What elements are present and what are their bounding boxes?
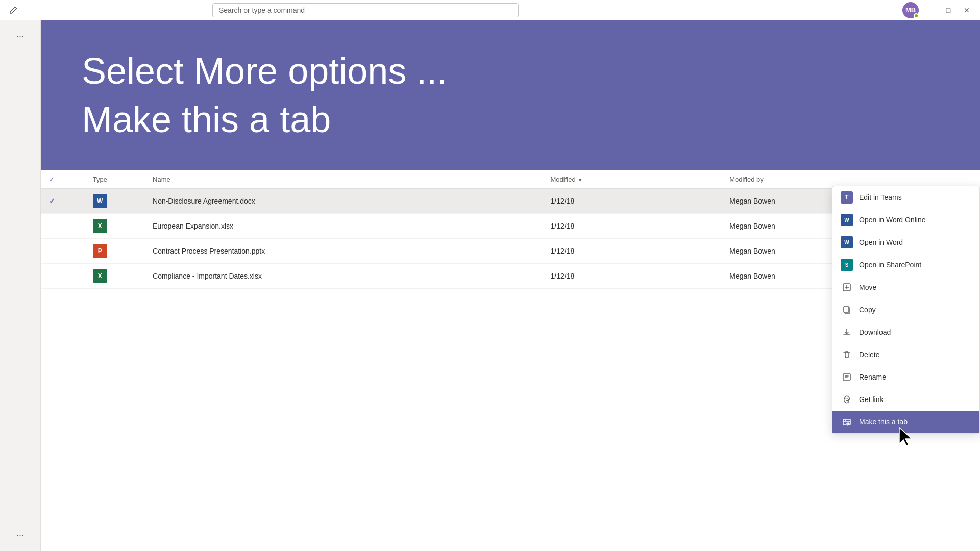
close-button[interactable]: ✕ bbox=[960, 3, 974, 17]
main-container: ··· ··· Select More options ... Make thi… bbox=[0, 20, 980, 551]
cell-type: X bbox=[85, 214, 144, 239]
title-bar: Search or type a command MB — □ ✕ bbox=[0, 0, 980, 20]
ppt-file-icon: P bbox=[93, 244, 107, 258]
sidebar: ··· ··· bbox=[0, 20, 41, 551]
content-area: Select More options ... Make this a tab … bbox=[41, 20, 980, 551]
avatar[interactable]: MB bbox=[902, 2, 919, 18]
menu-item-label: Rename bbox=[859, 373, 886, 381]
menu-item-move[interactable]: Move bbox=[832, 276, 979, 298]
link-icon bbox=[841, 393, 853, 406]
cell-name[interactable]: European Expansion.xlsx bbox=[144, 214, 543, 239]
search-placeholder: Search or type a command bbox=[219, 6, 305, 14]
menu-item-label: Delete bbox=[859, 350, 879, 359]
cell-type: P bbox=[85, 239, 144, 264]
banner-line1: Select More options ... bbox=[82, 51, 939, 91]
excel-file-icon: X bbox=[93, 219, 107, 233]
files-section: ✓ Type Name Modified▼ Modified by ✓ W No… bbox=[41, 170, 980, 551]
col-type: Type bbox=[85, 170, 144, 189]
title-bar-controls: MB — □ ✕ bbox=[902, 2, 974, 18]
menu-item-label: Copy bbox=[859, 306, 876, 314]
header-check-icon: ✓ bbox=[49, 176, 55, 183]
svg-rect-2 bbox=[844, 307, 849, 312]
svg-rect-3 bbox=[843, 374, 850, 380]
cell-name[interactable]: Contract Process Presentation.pptx bbox=[144, 239, 543, 264]
modified-label: Modified bbox=[551, 176, 576, 183]
cell-check bbox=[41, 214, 85, 239]
menu-item-make-this-a-tab[interactable]: Make this a tab bbox=[832, 411, 979, 433]
cell-check bbox=[41, 264, 85, 289]
minimize-button[interactable]: — bbox=[923, 3, 937, 17]
cell-name[interactable]: Compliance - Important Dates.xlsx bbox=[144, 264, 543, 289]
sharepoint-icon: S bbox=[841, 259, 853, 271]
menu-item-edit-in-teams[interactable]: TEdit in Teams bbox=[832, 186, 979, 209]
cell-type: X bbox=[85, 264, 144, 289]
col-modified[interactable]: Modified▼ bbox=[543, 170, 722, 189]
cell-modified: 1/12/18 bbox=[543, 189, 722, 214]
rename-icon bbox=[841, 371, 853, 383]
download-icon bbox=[841, 326, 853, 338]
excel-file-icon: X bbox=[93, 269, 107, 283]
move-icon bbox=[841, 281, 853, 293]
sidebar-more-options-top[interactable]: ··· bbox=[16, 24, 24, 47]
menu-item-label: Open in Word Online bbox=[859, 216, 925, 224]
menu-item-rename[interactable]: Rename bbox=[832, 366, 979, 388]
menu-item-open-in-sharepoint[interactable]: SOpen in SharePoint bbox=[832, 254, 979, 276]
context-menu: TEdit in TeamsWOpen in Word OnlineWOpen … bbox=[832, 186, 980, 434]
menu-item-label: Download bbox=[859, 328, 891, 336]
menu-item-get-link[interactable]: Get link bbox=[832, 388, 979, 411]
maximize-button[interactable]: □ bbox=[941, 3, 955, 17]
word-icon: W bbox=[841, 214, 853, 226]
col-check: ✓ bbox=[41, 170, 85, 189]
row-checkmark: ✓ bbox=[49, 197, 55, 205]
delete-icon bbox=[841, 348, 853, 361]
menu-item-label: Move bbox=[859, 283, 876, 291]
menu-item-label: Get link bbox=[859, 395, 883, 404]
menu-item-download[interactable]: Download bbox=[832, 321, 979, 343]
banner-line2: Make this a tab bbox=[82, 99, 939, 140]
menu-item-label: Open in Word bbox=[859, 238, 903, 246]
banner: Select More options ... Make this a tab bbox=[41, 20, 980, 170]
menu-item-label: Edit in Teams bbox=[859, 193, 902, 202]
word-icon: W bbox=[841, 236, 853, 248]
cell-check: ✓ bbox=[41, 189, 85, 214]
edit-icon[interactable] bbox=[6, 3, 20, 17]
menu-item-open-in-word[interactable]: WOpen in Word bbox=[832, 231, 979, 254]
sort-icon: ▼ bbox=[578, 177, 583, 183]
teams-icon: T bbox=[841, 191, 853, 204]
tab-icon bbox=[841, 416, 853, 428]
menu-item-label: Open in SharePoint bbox=[859, 261, 921, 269]
cell-modified: 1/12/18 bbox=[543, 239, 722, 264]
menu-item-copy[interactable]: Copy bbox=[832, 298, 979, 321]
cell-check bbox=[41, 239, 85, 264]
menu-item-open-in-word-online[interactable]: WOpen in Word Online bbox=[832, 209, 979, 231]
cell-type: W bbox=[85, 189, 144, 214]
cell-modified: 1/12/18 bbox=[543, 264, 722, 289]
avatar-status bbox=[914, 13, 919, 18]
cell-modified: 1/12/18 bbox=[543, 214, 722, 239]
copy-icon bbox=[841, 304, 853, 316]
sidebar-more-options-bottom[interactable]: ··· bbox=[16, 524, 24, 547]
menu-item-delete[interactable]: Delete bbox=[832, 343, 979, 366]
cell-name[interactable]: Non-Disclosure Agreement.docx bbox=[144, 189, 543, 214]
menu-item-label: Make this a tab bbox=[859, 418, 908, 426]
search-bar[interactable]: Search or type a command bbox=[212, 3, 519, 17]
word-file-icon: W bbox=[93, 194, 107, 208]
col-name: Name bbox=[144, 170, 543, 189]
